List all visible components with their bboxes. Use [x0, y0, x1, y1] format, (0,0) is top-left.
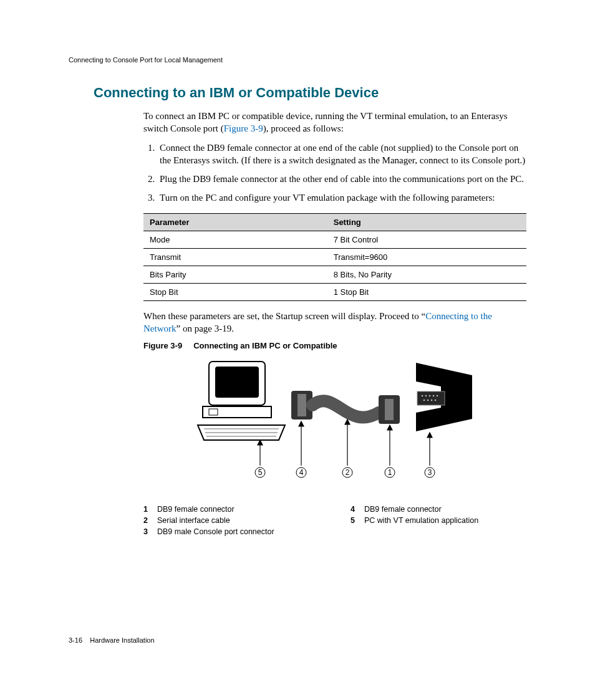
intro-paragraph: To connect an IBM PC or compatible devic… — [143, 110, 526, 135]
svg-point-15 — [429, 395, 431, 397]
body-content: To connect an IBM PC or compatible devic… — [143, 110, 526, 539]
table-row: Mode 7 Bit Control — [143, 231, 526, 248]
callout-labels: 5 4 2 1 3 — [255, 467, 435, 477]
footer-section: Hardware Installation — [90, 636, 154, 644]
svg-point-21 — [435, 400, 437, 401]
cell: 8 Bits, No Parity — [327, 266, 526, 283]
legend-col-left: 1 DB9 female connector 2 Serial interfac… — [143, 505, 319, 539]
svg-point-13 — [422, 395, 423, 397]
col-parameter: Parameter — [143, 213, 327, 231]
figure-title: Figure 3-9Connecting an IBM PC or Compat… — [143, 341, 526, 350]
db9-right-icon — [379, 395, 400, 424]
pc-icon — [198, 362, 285, 440]
svg-rect-10 — [385, 399, 394, 420]
cell: 1 Stop Bit — [327, 283, 526, 300]
cell: Transmit=9600 — [327, 248, 526, 266]
svg-marker-31 — [427, 433, 432, 438]
running-header: Connecting to Console Port for Local Man… — [69, 56, 526, 64]
legend-num: 2 — [143, 516, 152, 525]
svg-point-14 — [425, 395, 427, 397]
legend-item: 3 DB9 male Console port connector — [143, 527, 319, 536]
figure-illustration: 5 4 2 1 3 — [191, 357, 478, 487]
svg-point-20 — [431, 400, 433, 401]
cell: Mode — [143, 231, 327, 248]
callout-1: 1 — [388, 468, 392, 477]
svg-point-16 — [433, 395, 435, 397]
figure: 5 4 2 1 3 — [143, 357, 526, 490]
intro-post: ), proceed as follows: — [263, 123, 344, 133]
legend-text: DB9 female connector — [157, 505, 235, 514]
cable-icon — [312, 401, 379, 417]
legend-num: 5 — [351, 516, 359, 525]
page: Connecting to Console Port for Local Man… — [0, 0, 595, 700]
legend-item: 5 PC with VT emulation application — [351, 516, 526, 525]
callout-3: 3 — [428, 468, 432, 477]
after-post: ” on page 3-19. — [177, 324, 234, 333]
svg-rect-1 — [215, 367, 259, 398]
legend-item: 4 DB9 female connector — [351, 505, 526, 514]
figure-legend: 1 DB9 female connector 2 Serial interfac… — [143, 505, 526, 539]
svg-rect-8 — [298, 394, 306, 416]
legend-item: 1 DB9 female connector — [143, 505, 319, 514]
legend-text: PC with VT emulation application — [364, 516, 478, 525]
callout-2: 2 — [346, 468, 350, 477]
svg-rect-3 — [209, 409, 218, 415]
legend-text: DB9 female connector — [364, 505, 442, 514]
step-2: Plug the DB9 female connector at the oth… — [157, 173, 526, 185]
step-3: Turn on the PC and configure your VT emu… — [157, 191, 526, 204]
section-title: Connecting to an IBM or Compatible Devic… — [94, 85, 526, 101]
legend-text: Serial interface cable — [157, 516, 230, 525]
legend-num: 3 — [143, 527, 152, 536]
after-pre: When these parameters are set, the Start… — [143, 311, 425, 321]
figure-caption: Connecting an IBM PC or Compatible — [193, 341, 337, 350]
svg-marker-25 — [299, 421, 304, 426]
callout-5: 5 — [258, 468, 263, 477]
svg-marker-29 — [387, 425, 392, 430]
legend-item: 2 Serial interface cable — [143, 516, 319, 525]
cell: 7 Bit Control — [327, 231, 526, 248]
cell: Stop Bit — [143, 283, 327, 300]
page-footer: 3-16 Hardware Installation — [69, 636, 155, 644]
svg-point-18 — [423, 400, 425, 401]
table-row: Bits Parity 8 Bits, No Parity — [143, 266, 526, 283]
figure-label: Figure 3-9 — [143, 341, 182, 350]
legend-num: 1 — [143, 505, 152, 514]
after-paragraph: When these parameters are set, the Start… — [143, 310, 526, 335]
legend-num: 4 — [351, 505, 359, 514]
steps-list: Connect the DB9 female connector at one … — [143, 141, 526, 204]
console-port-icon — [416, 363, 472, 431]
svg-point-19 — [427, 400, 429, 401]
page-number: 3-16 — [69, 636, 82, 644]
svg-marker-23 — [258, 440, 263, 445]
svg-rect-12 — [417, 391, 445, 405]
legend-text: DB9 male Console port connector — [157, 527, 274, 536]
svg-point-17 — [437, 395, 438, 397]
legend-col-right: 4 DB9 female connector 5 PC with VT emul… — [351, 505, 526, 539]
table-row: Transmit Transmit=9600 — [143, 248, 526, 266]
parameter-table: Parameter Setting Mode 7 Bit Control Tra… — [143, 213, 526, 301]
table-header-row: Parameter Setting — [143, 213, 526, 231]
table-row: Stop Bit 1 Stop Bit — [143, 283, 526, 300]
step-1: Connect the DB9 female connector at one … — [157, 141, 526, 167]
cell: Bits Parity — [143, 266, 327, 283]
cell: Transmit — [143, 248, 327, 266]
figure-link[interactable]: Figure 3-9 — [224, 123, 263, 133]
col-setting: Setting — [327, 213, 526, 231]
callout-4: 4 — [299, 468, 304, 477]
